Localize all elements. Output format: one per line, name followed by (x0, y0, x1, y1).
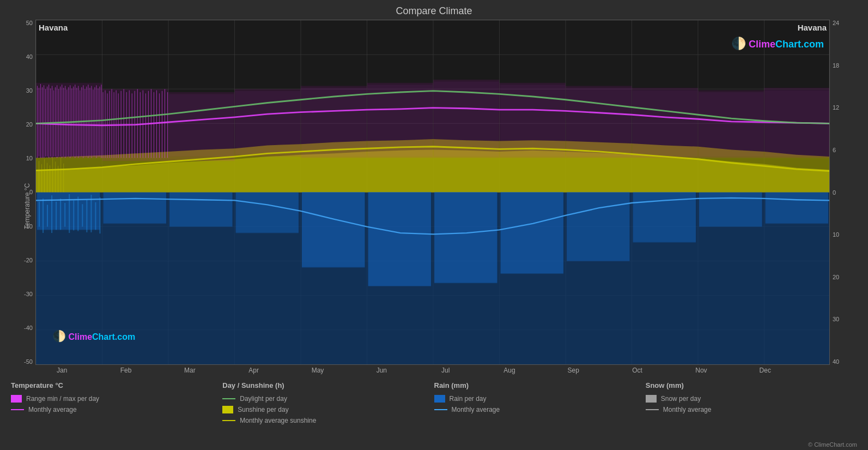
brand-logo-bottom: 🌓 ClimeChart.com (52, 329, 135, 343)
legend-area: Temperature °C Range min / max per day M… (0, 376, 868, 441)
y-tick-right-30: 30 (833, 316, 839, 322)
y-tick-right-20: 20 (833, 274, 839, 280)
svg-rect-29 (169, 193, 232, 227)
x-tick-jan: Jan (30, 367, 94, 374)
x-tick-jul: Jul (414, 367, 477, 374)
legend-title-temperature: Temperature °C (11, 381, 222, 389)
legend-swatch-snow (646, 395, 657, 403)
x-tick-jun: Jun (350, 367, 414, 374)
y-tick-right-18: 18 (833, 62, 839, 69)
svg-rect-121 (110, 91, 110, 158)
legend-line-snow-avg (646, 409, 659, 410)
svg-rect-28 (104, 193, 166, 224)
legend-line-temp-avg (11, 409, 24, 410)
x-tick-dec: Dec (733, 367, 797, 374)
y-tick-20: 20 (26, 121, 33, 128)
y-tick-minus20: -20 (24, 257, 33, 263)
svg-rect-56 (39, 161, 39, 192)
svg-rect-57 (41, 164, 42, 193)
svg-rect-111 (91, 86, 92, 158)
svg-rect-114 (96, 85, 96, 158)
legend-line-sunshine-avg (222, 420, 235, 421)
chart-svg (36, 20, 829, 364)
svg-rect-135 (145, 93, 146, 158)
legend-section-temperature: Temperature °C Range min / max per day M… (11, 381, 222, 439)
svg-rect-90 (57, 85, 57, 158)
svg-rect-33 (434, 193, 497, 283)
svg-rect-147 (368, 85, 433, 157)
y-tick-minus40: -40 (24, 325, 33, 331)
legend-line-daylight (222, 398, 235, 399)
svg-rect-64 (60, 157, 61, 192)
svg-rect-62 (55, 161, 56, 192)
svg-rect-117 (101, 85, 101, 158)
svg-rect-39 (39, 202, 40, 227)
svg-rect-84 (47, 87, 47, 157)
y-tick-right-6: 6 (833, 147, 839, 153)
svg-rect-144 (169, 94, 234, 157)
y-tick-minus50: -50 (24, 358, 33, 365)
svg-rect-61 (52, 158, 53, 192)
svg-rect-27 (37, 193, 100, 230)
svg-rect-130 (132, 93, 132, 158)
city-label-right: Havana (798, 23, 827, 32)
y-tick-30: 30 (26, 87, 33, 94)
legend-label-temp-range: Range min / max per day (26, 395, 99, 403)
legend-section-snow: Snow (mm) Snow per day Monthly average (646, 381, 857, 439)
legend-title-sunshine: Day / Sunshine (h) (222, 381, 434, 389)
legend-section-sunshine: Day / Sunshine (h) Daylight per day Suns… (222, 381, 434, 439)
legend-title-rain: Rain (mm) (434, 381, 646, 389)
svg-rect-45 (64, 203, 65, 227)
svg-rect-32 (368, 193, 431, 286)
svg-rect-53 (99, 197, 100, 234)
y-tick-right-12: 12 (833, 104, 839, 111)
svg-rect-113 (94, 87, 95, 157)
svg-rect-44 (60, 199, 61, 230)
x-axis-area: Jan Feb Mar Apr May Jun Jul Aug Sep Oct … (0, 365, 835, 376)
x-tick-nov: Nov (669, 367, 733, 374)
legend-item-rain-per-day: Rain per day (434, 395, 646, 403)
x-tick-feb: Feb (94, 367, 157, 374)
y-tick-50: 50 (26, 20, 33, 26)
legend-label-rain: Rain per day (450, 395, 487, 403)
x-tick-oct: Oct (605, 367, 669, 374)
chart-title: Compare Climate (0, 5, 868, 17)
svg-rect-127 (124, 89, 124, 158)
chart-area-wrapper: 50 40 30 20 10 0 -10 -20 -30 -40 -50 Hav… (0, 20, 868, 365)
legend-item-sunshine-avg: Monthly average sunshine (222, 417, 434, 424)
svg-rect-38 (766, 193, 828, 224)
svg-rect-93 (62, 85, 62, 158)
svg-rect-115 (98, 88, 98, 157)
svg-rect-140 (159, 93, 160, 158)
svg-rect-124 (116, 90, 117, 158)
svg-rect-40 (43, 199, 44, 233)
svg-rect-110 (89, 88, 90, 157)
svg-rect-42 (51, 195, 52, 233)
svg-rect-85 (48, 85, 49, 158)
svg-rect-141 (162, 91, 162, 158)
svg-rect-50 (86, 200, 87, 232)
svg-rect-34 (501, 193, 563, 274)
svg-rect-112 (93, 89, 93, 157)
y-tick-right-24: 24 (833, 20, 839, 26)
legend-item-temp-avg: Monthly average (11, 406, 222, 413)
legend-title-snow: Snow (mm) (646, 381, 857, 389)
svg-rect-79 (39, 88, 39, 157)
legend-swatch-sunshine (222, 406, 233, 413)
svg-rect-65 (63, 164, 64, 193)
legend-label-daylight: Daylight per day (240, 395, 287, 403)
y-tick-right-0: 0 (833, 189, 839, 196)
svg-rect-122 (112, 89, 112, 158)
svg-rect-89 (55, 87, 56, 157)
y-tick-right-10: 10 (833, 231, 839, 238)
svg-rect-104 (80, 90, 80, 157)
svg-rect-116 (99, 87, 100, 157)
legend-item-daylight: Daylight per day (222, 395, 434, 403)
y-tick-minus30: -30 (24, 291, 33, 297)
svg-rect-87 (52, 86, 52, 158)
svg-rect-80 (40, 84, 41, 158)
legend-label-temp-avg: Monthly average (28, 406, 77, 413)
svg-rect-92 (60, 87, 60, 157)
page-container: Compare Climate 50 40 30 20 10 0 -10 -20… (0, 0, 868, 450)
svg-rect-41 (47, 205, 48, 226)
